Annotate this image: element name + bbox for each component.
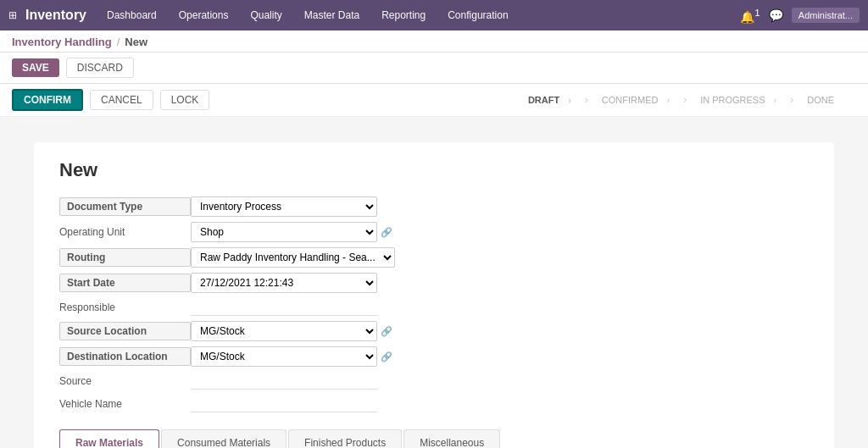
nav-master-data[interactable]: Master Data <box>301 9 363 21</box>
tab-raw-materials[interactable]: Raw Materials <box>59 429 159 448</box>
source-input[interactable] <box>191 372 377 390</box>
destination-location-row: Destination Location MG/Stock 🔗 <box>59 346 809 367</box>
form-section: New Document Type Inventory Process Oper… <box>34 142 834 448</box>
routing-row: Routing Raw Paddy Inventory Handling - S… <box>59 247 809 268</box>
main-content: New Document Type Inventory Process Oper… <box>0 117 868 448</box>
tab-miscellaneous[interactable]: Miscellaneous <box>403 429 500 448</box>
source-row: Source <box>59 372 809 390</box>
nav-menu: Dashboard Operations Quality Master Data… <box>103 9 740 21</box>
operating-unit-label: Operating Unit <box>59 226 191 238</box>
operating-unit-ext-link[interactable]: 🔗 <box>381 227 392 238</box>
routing-select[interactable]: Raw Paddy Inventory Handling - Sea... <box>191 247 395 268</box>
nav-dashboard[interactable]: Dashboard <box>103 9 160 21</box>
status-in-progress[interactable]: IN PROGRESS <box>687 91 790 108</box>
confirm-button[interactable]: CONFIRM <box>12 89 83 111</box>
breadcrumb-bar: Inventory Handling / New <box>0 30 868 53</box>
source-label: Source <box>59 375 191 387</box>
nav-reporting[interactable]: Reporting <box>378 9 429 21</box>
nav-configuration[interactable]: Configuration <box>444 9 511 21</box>
tabs-bar: Raw Materials Consumed Materials Finishe… <box>59 429 809 448</box>
operating-unit-select[interactable]: Shop <box>191 222 377 242</box>
nav-quality[interactable]: Quality <box>247 9 285 21</box>
status-confirmed[interactable]: CONFIRMED <box>588 91 683 108</box>
form-title: New <box>59 159 809 181</box>
start-date-row: Start Date 27/12/2021 12:21:43 <box>59 273 809 293</box>
save-button[interactable]: SAVE <box>12 58 59 77</box>
notification-count: 1 <box>754 7 760 18</box>
top-nav: ⊞ Inventory Dashboard Operations Quality… <box>0 0 868 30</box>
vehicle-name-row: Vehicle Name <box>59 395 809 412</box>
source-location-row: Source Location MG/Stock 🔗 <box>59 321 809 341</box>
user-menu-button[interactable]: Administrat... <box>792 8 860 23</box>
responsible-input[interactable] <box>191 298 377 316</box>
tab-finished-products[interactable]: Finished Products <box>288 429 402 448</box>
destination-location-label: Destination Location <box>59 347 191 366</box>
routing-label: Routing <box>59 248 191 267</box>
start-date-select[interactable]: 27/12/2021 12:21:43 <box>191 273 377 293</box>
start-date-label: Start Date <box>59 274 191 292</box>
action-bar-1: SAVE DISCARD <box>0 53 868 84</box>
source-location-ext-link[interactable]: 🔗 <box>381 326 392 337</box>
breadcrumb-current: New <box>125 36 147 48</box>
operating-unit-row: Operating Unit Shop 🔗 <box>59 222 809 242</box>
destination-location-ext-link[interactable]: 🔗 <box>381 351 392 362</box>
breadcrumb-parent[interactable]: Inventory Handling <box>12 36 112 48</box>
nav-right: 🔔1 💬 Administrat... <box>740 7 860 24</box>
responsible-row: Responsible <box>59 298 809 316</box>
app-name: Inventory <box>25 8 86 23</box>
discard-button[interactable]: DISCARD <box>66 58 134 78</box>
destination-location-select[interactable]: MG/Stock <box>191 346 377 367</box>
app-grid-icon[interactable]: ⊞ <box>8 9 17 21</box>
action-bar-2: CONFIRM CANCEL LOCK DRAFT › CONFIRMED › … <box>0 84 868 117</box>
document-type-row: Document Type Inventory Process <box>59 196 809 217</box>
notification-icon[interactable]: 🔔1 <box>740 7 760 24</box>
cancel-button[interactable]: CANCEL <box>90 90 153 110</box>
status-done[interactable]: DONE <box>793 91 856 108</box>
document-type-select[interactable]: Inventory Process <box>191 196 377 217</box>
tab-consumed-materials[interactable]: Consumed Materials <box>161 429 287 448</box>
vehicle-name-input[interactable] <box>191 395 377 412</box>
breadcrumb-separator: / <box>117 36 120 48</box>
document-type-label: Document Type <box>59 197 191 216</box>
source-location-label: Source Location <box>59 322 191 340</box>
responsible-label: Responsible <box>59 301 191 313</box>
vehicle-name-label: Vehicle Name <box>59 398 191 410</box>
chat-icon[interactable]: 💬 <box>769 8 783 22</box>
status-draft[interactable]: DRAFT <box>515 91 585 108</box>
lock-button[interactable]: LOCK <box>160 90 210 110</box>
source-location-select[interactable]: MG/Stock <box>191 321 377 341</box>
status-pipeline: DRAFT › CONFIRMED › IN PROGRESS › DONE <box>515 91 856 108</box>
nav-operations[interactable]: Operations <box>175 9 232 21</box>
